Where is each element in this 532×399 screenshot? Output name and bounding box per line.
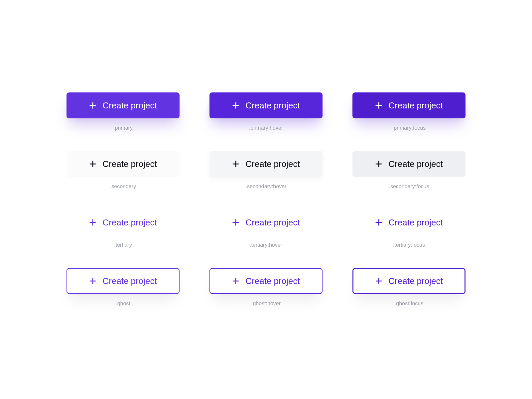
caption-ghost-hover: .ghost:hover xyxy=(251,301,281,307)
caption-tertiary-default: .tertiary xyxy=(114,242,132,248)
cell-secondary-default: Create project .secondary xyxy=(66,151,180,190)
create-project-button-primary-focus[interactable]: Create project xyxy=(352,92,466,118)
create-project-button-secondary[interactable]: Create project xyxy=(66,151,180,177)
create-project-button-tertiary-hover[interactable]: Create project xyxy=(209,209,323,235)
cell-secondary-focus: Create project .secondary:focus xyxy=(352,151,466,190)
button-label: Create project xyxy=(102,276,157,286)
button-label: Create project xyxy=(388,159,443,169)
plus-icon xyxy=(375,277,382,285)
plus-icon xyxy=(89,277,96,285)
create-project-button-ghost-hover[interactable]: Create project xyxy=(209,268,323,294)
button-label: Create project xyxy=(388,217,443,228)
caption-tertiary-hover: .tertiary:hover xyxy=(250,242,282,248)
caption-secondary-hover: .secondary:hover xyxy=(246,184,287,190)
cell-primary-hover: Create project .primary:hover xyxy=(209,92,323,131)
caption-primary-default: .primary xyxy=(113,125,133,131)
cell-secondary-hover: Create project .secondary:hover xyxy=(209,151,323,190)
plus-icon xyxy=(232,277,239,285)
caption-primary-hover: .primary:hover xyxy=(249,125,283,131)
cell-primary-focus: Create project .primary:focus xyxy=(352,92,466,131)
button-label: Create project xyxy=(102,100,157,111)
button-label: Create project xyxy=(245,276,300,286)
button-label: Create project xyxy=(245,217,300,228)
button-label: Create project xyxy=(245,100,300,111)
cell-ghost-default: Create project .ghost xyxy=(66,268,180,307)
create-project-button-secondary-hover[interactable]: Create project xyxy=(209,151,323,177)
create-project-button-tertiary-focus[interactable]: Create project xyxy=(352,209,466,235)
plus-icon xyxy=(232,102,239,109)
button-label: Create project xyxy=(245,159,300,169)
cell-tertiary-default: Create project .tertiary xyxy=(66,209,180,248)
button-label: Create project xyxy=(102,159,157,169)
button-label: Create project xyxy=(102,217,157,228)
create-project-button-ghost-focus[interactable]: Create project xyxy=(352,268,466,294)
cell-ghost-hover: Create project .ghost:hover xyxy=(209,268,323,307)
caption-ghost-focus: .ghost:focus xyxy=(395,301,423,307)
caption-secondary-focus: .secondary:focus xyxy=(389,184,429,190)
button-label: Create project xyxy=(388,276,443,286)
plus-icon xyxy=(375,219,382,226)
create-project-button-primary[interactable]: Create project xyxy=(66,92,180,118)
create-project-button-secondary-focus[interactable]: Create project xyxy=(352,151,466,177)
plus-icon xyxy=(232,160,239,168)
plus-icon xyxy=(89,102,96,109)
plus-icon xyxy=(89,219,96,226)
caption-primary-focus: .primary:focus xyxy=(392,125,426,131)
plus-icon xyxy=(89,160,96,168)
create-project-button-tertiary[interactable]: Create project xyxy=(66,209,180,235)
caption-tertiary-focus: .tertiary:focus xyxy=(393,242,425,248)
caption-secondary-default: .secondary xyxy=(110,184,136,190)
caption-ghost-default: .ghost xyxy=(116,301,130,307)
plus-icon xyxy=(375,160,382,168)
cell-primary-default: Create project .primary xyxy=(66,92,180,131)
cell-tertiary-hover: Create project .tertiary:hover xyxy=(209,209,323,248)
cell-ghost-focus: Create project .ghost:focus xyxy=(352,268,466,307)
button-label: Create project xyxy=(388,100,443,111)
cell-tertiary-focus: Create project .tertiary:focus xyxy=(352,209,466,248)
button-showcase-grid: Create project .primary Create project .… xyxy=(66,92,466,307)
create-project-button-primary-hover[interactable]: Create project xyxy=(209,92,323,118)
plus-icon xyxy=(232,219,239,226)
plus-icon xyxy=(375,102,382,109)
create-project-button-ghost[interactable]: Create project xyxy=(66,268,180,294)
